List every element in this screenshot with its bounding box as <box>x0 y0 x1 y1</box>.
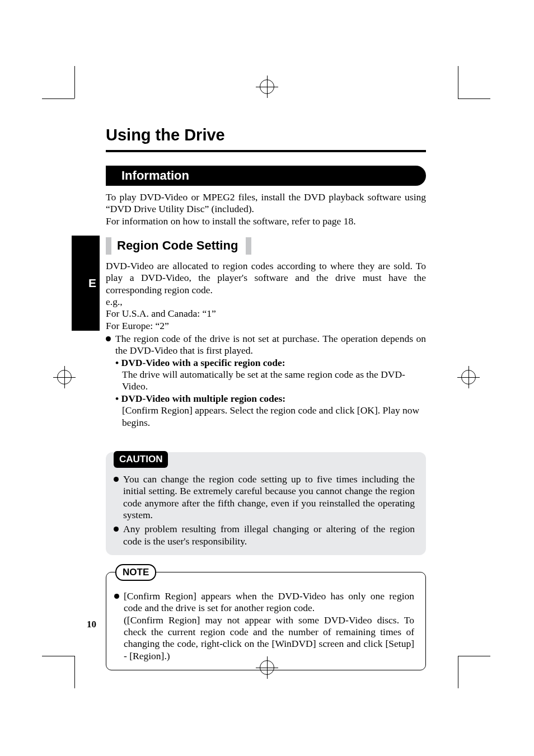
intro-paragraph: To play DVD-Video or MPEG2 files, instal… <box>106 191 426 227</box>
caution-box: CAUTION You can change the region code s… <box>106 452 426 555</box>
note-box: NOTE [Confirm Region] appears when the D… <box>106 572 426 670</box>
title-underline <box>106 150 426 152</box>
caution-label: CAUTION <box>114 451 168 468</box>
sub-bullet-text: [Confirm Region] appears. Select the reg… <box>122 405 426 429</box>
note-text-1: [Confirm Region] appears when the DVD-Vi… <box>124 590 414 614</box>
note-item: [Confirm Region] appears when the DVD-Vi… <box>114 590 414 662</box>
crop-mark <box>42 656 74 656</box>
crop-mark <box>458 656 490 656</box>
bullet-icon <box>114 527 119 532</box>
sub-bullet: • DVD-Video with a specific region code:… <box>115 357 426 393</box>
subsection-header: Region Code Setting <box>106 237 251 255</box>
caution-item: Any problem resulting from illegal chang… <box>114 523 415 547</box>
registration-mark-icon <box>256 76 278 98</box>
bullet-list: The region code of the drive is not set … <box>106 333 426 429</box>
region-europe: For Europe: “2” <box>106 320 426 332</box>
note-text-2: ([Confirm Region] may not appear with so… <box>124 614 414 662</box>
sub-bullet: • DVD-Video with multiple region codes: … <box>115 393 426 429</box>
registration-mark-icon <box>53 366 76 388</box>
region-eg: e.g., <box>106 296 426 308</box>
bullet-icon <box>114 477 119 482</box>
bullet-icon <box>114 594 119 599</box>
crop-mark <box>458 656 458 688</box>
bullet-content: The region code of the drive is not set … <box>115 333 426 357</box>
sub-bullet-text: The drive will automatically be set at t… <box>122 369 426 393</box>
bullet-item: The region code of the drive is not set … <box>106 333 426 357</box>
crop-mark <box>74 656 75 688</box>
page-title: Using the Drive <box>106 126 426 144</box>
bullet-text: The region code of the drive is not set … <box>115 333 426 356</box>
caution-text: Any problem resulting from illegal chang… <box>123 523 415 547</box>
region-usa: For U.S.A. and Canada: “1” <box>106 308 426 320</box>
sub-bullet-label: • DVD-Video with a specific region code: <box>115 357 285 368</box>
section-header: Information <box>106 166 426 186</box>
bullet-icon <box>106 336 111 341</box>
subsection-title: Region Code Setting <box>117 238 238 252</box>
region-text-1: DVD-Video are allocated to region codes … <box>106 260 426 296</box>
crop-mark <box>458 66 458 98</box>
crop-mark <box>458 98 490 99</box>
note-label: NOTE <box>115 564 156 581</box>
crop-mark <box>42 98 74 99</box>
registration-mark-icon <box>457 366 480 388</box>
caution-text: You can change the region code setting u… <box>123 473 415 521</box>
note-content: [Confirm Region] appears when the DVD-Vi… <box>124 590 414 662</box>
sub-bullet-label: • DVD-Video with multiple region codes: <box>115 393 285 404</box>
page-number: 10 <box>87 619 96 630</box>
crop-mark <box>74 66 75 98</box>
page-content: Using the Drive Information To play DVD-… <box>106 126 426 670</box>
caution-item: You can change the region code setting u… <box>114 473 415 521</box>
region-paragraph: DVD-Video are allocated to region codes … <box>106 260 426 332</box>
section-title: Information <box>121 168 189 183</box>
side-tab-label: E <box>88 276 96 290</box>
